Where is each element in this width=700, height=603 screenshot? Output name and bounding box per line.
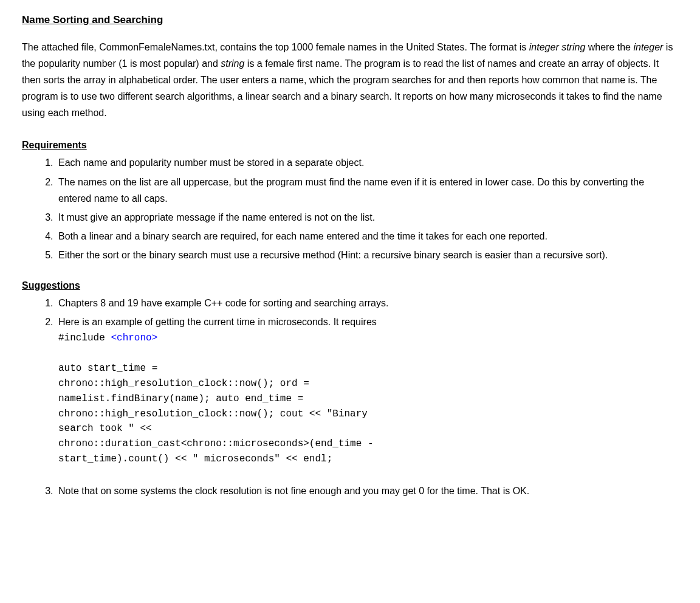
intro-text: The attached file, CommonFemaleNames.txt… — [22, 42, 529, 52]
list-item: Here is an example of getting the curren… — [56, 314, 678, 480]
include-directive: #include — [58, 333, 111, 343]
list-item: Chapters 8 and 19 have example C++ code … — [56, 295, 678, 311]
code-line: start_time).count() << " microseconds" <… — [58, 452, 678, 467]
code-line: auto start_time = — [58, 361, 678, 376]
code-line: search took " << — [58, 421, 678, 436]
code-line: namelist.findBinary(name); auto end_time… — [58, 391, 678, 407]
code-line: chrono::high_resolution_clock::now(); co… — [58, 407, 678, 422]
intro-italic-3: string — [221, 58, 244, 69]
intro-italic-1: integer string — [529, 42, 586, 52]
intro-paragraph: The attached file, CommonFemaleNames.txt… — [22, 39, 678, 122]
intro-text-2: where the — [585, 42, 633, 52]
include-header: <chrono> — [111, 333, 157, 343]
suggestions-heading: Suggestions — [22, 278, 678, 293]
list-item: The names on the list are all uppercase,… — [56, 174, 678, 207]
list-item: Each name and popularity number must be … — [56, 154, 678, 171]
code-line: chrono::high_resolution_clock::now(); or… — [58, 376, 678, 391]
list-item: It must give an appropriate message if t… — [56, 209, 678, 226]
code-block: auto start_time = chrono::high_resolutio… — [58, 361, 678, 467]
include-line: #include <chrono> — [58, 330, 678, 346]
list-item: Note that on some systems the clock reso… — [56, 483, 678, 499]
requirements-list: Each name and popularity number must be … — [22, 154, 678, 263]
code-line: chrono::duration_cast<chrono::microsecon… — [58, 436, 678, 452]
requirements-heading: Requirements — [22, 138, 678, 153]
intro-italic-2: integer — [633, 42, 663, 52]
suggestion-2-text: Here is an example of getting the curren… — [58, 317, 377, 327]
page-title: Name Sorting and Searching — [22, 12, 678, 28]
list-item: Both a linear and a binary search are re… — [56, 228, 678, 244]
list-item: Either the sort or the binary search mus… — [56, 247, 678, 263]
suggestions-list: Chapters 8 and 19 have example C++ code … — [22, 295, 678, 499]
